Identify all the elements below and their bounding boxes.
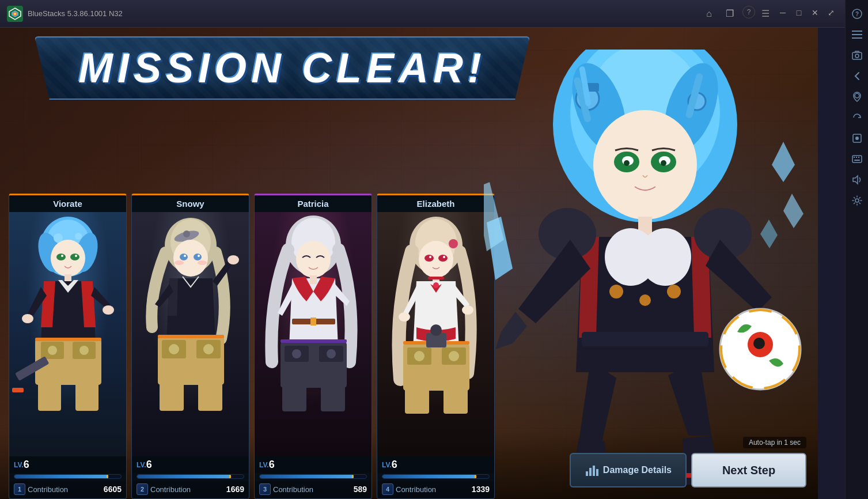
minimize-button[interactable]: ─	[776, 6, 790, 20]
svg-point-59	[327, 349, 336, 358]
svg-point-80	[449, 351, 459, 361]
svg-point-97	[593, 110, 697, 220]
lv-num-1: 6	[24, 459, 29, 471]
xp-bar-1	[9, 473, 126, 481]
svg-marker-115	[760, 220, 778, 248]
svg-point-119	[753, 338, 765, 349]
char-card-viorate[interactable]: Viorate	[9, 194, 127, 499]
bluestacks-sidebar: ?	[845, 0, 868, 499]
damage-details-button[interactable]: Damage Details	[570, 453, 687, 487]
svg-point-133	[855, 93, 859, 98]
svg-point-67	[424, 255, 434, 262]
svg-point-135	[855, 137, 859, 140]
svg-rect-26	[35, 338, 101, 341]
svg-rect-136	[852, 156, 862, 162]
contrib-value-2: 1669	[226, 485, 244, 494]
svg-point-102	[624, 160, 630, 166]
maximize-button[interactable]: □	[792, 6, 806, 20]
tool-back[interactable]	[848, 67, 866, 85]
lv-num-4: 6	[392, 459, 397, 471]
svg-rect-137	[854, 157, 855, 158]
lv-label-1: LV.	[14, 461, 24, 469]
svg-point-13	[70, 254, 79, 260]
svg-point-40	[228, 255, 239, 264]
mission-clear-banner: MISSION CLEAR!	[35, 36, 530, 100]
fullscreen-button[interactable]: ⤢	[824, 6, 838, 20]
svg-point-74	[399, 312, 410, 322]
svg-rect-83	[444, 386, 468, 414]
tool-volume[interactable]	[848, 171, 866, 189]
big-character-display	[484, 50, 818, 499]
svg-rect-24	[38, 382, 61, 411]
svg-point-35	[194, 254, 202, 260]
tool-location[interactable]	[848, 88, 866, 106]
char-name-snowy: Snowy	[132, 195, 249, 212]
svg-rect-107	[582, 332, 708, 346]
menu-button[interactable]: ☰	[757, 6, 774, 22]
tool-macro[interactable]	[848, 129, 866, 148]
lv-label-4: LV.	[382, 461, 392, 469]
window-controls: ? ☰ ─ □ ✕ ⤢	[742, 6, 838, 22]
svg-point-22	[48, 346, 57, 355]
copy-button[interactable]: ❐	[722, 6, 738, 22]
contrib-label-1: Contribution	[28, 485, 101, 494]
svg-point-66	[419, 241, 453, 278]
bluestacks-logo	[7, 6, 23, 22]
game-area: MISSION CLEAR! Viorate	[0, 28, 818, 499]
svg-rect-128	[852, 31, 862, 32]
tool-settings[interactable]	[848, 191, 866, 210]
xp-bar-3	[255, 473, 372, 481]
tool-help[interactable]: ?	[848, 5, 866, 23]
svg-point-141	[855, 199, 859, 202]
svg-point-85	[430, 324, 442, 336]
cards-area: Viorate	[9, 153, 510, 499]
tool-rotate[interactable]	[848, 108, 866, 127]
rank-badge-2: 2	[137, 483, 148, 495]
snowy-svg	[132, 212, 249, 431]
svg-point-110	[667, 285, 681, 298]
svg-point-106	[639, 228, 691, 286]
next-step-button[interactable]: Next Step	[691, 453, 806, 487]
svg-rect-125	[596, 469, 598, 476]
game-content: MISSION CLEAR! Viorate	[0, 28, 818, 499]
char-card-patricia[interactable]: Patricia	[254, 194, 372, 499]
svg-point-11	[51, 240, 85, 277]
svg-rect-122	[586, 471, 588, 476]
svg-rect-54	[310, 275, 317, 284]
patricia-svg	[255, 212, 372, 431]
game-wrapper: BlueStacks 5.3.86.1001 N32 ⌂ ❐ ? ☰ ─ □ ✕…	[0, 0, 845, 499]
svg-rect-139	[858, 157, 859, 158]
contribution-row-4: 4 Contribution 1339	[377, 481, 494, 498]
svg-point-103	[661, 160, 666, 166]
xp-bar-4	[377, 473, 494, 481]
contrib-label-4: Contribution	[396, 485, 469, 494]
svg-point-79	[414, 351, 424, 361]
rank-badge-1: 1	[14, 483, 25, 495]
elizabeth-svg	[377, 212, 494, 431]
tool-menu[interactable]	[848, 25, 866, 44]
tool-screenshot[interactable]	[848, 46, 866, 65]
char-card-elizabeth[interactable]: Elizabeth	[377, 194, 495, 499]
close-button[interactable]: ✕	[808, 6, 822, 20]
titlebar: BlueStacks 5.3.86.1001 N32 ⌂ ❐ ? ☰ ─ □ ✕…	[0, 0, 845, 28]
main-layout: BlueStacks 5.3.86.1001 N32 ⌂ ❐ ? ☰ ─ □ ✕…	[0, 0, 868, 499]
svg-rect-138	[856, 157, 857, 158]
help-button[interactable]: ?	[742, 6, 755, 18]
home-button[interactable]: ⌂	[701, 6, 717, 22]
svg-point-70	[443, 256, 445, 258]
tool-keyboard[interactable]	[848, 150, 866, 168]
mission-clear-title: MISSION CLEAR!	[78, 44, 486, 92]
svg-rect-28	[12, 388, 24, 392]
app-title: BlueStacks 5.3.86.1001 N32	[28, 9, 701, 18]
svg-point-32	[183, 230, 190, 237]
char-card-snowy[interactable]: Snowy	[131, 194, 249, 499]
svg-point-44	[169, 344, 179, 354]
svg-rect-129	[852, 34, 862, 35]
xp-fill-1	[14, 475, 108, 478]
next-step-label: Next Step	[722, 464, 775, 477]
svg-point-75	[462, 305, 473, 315]
svg-point-10	[75, 233, 82, 240]
rank-badge-4: 4	[382, 483, 393, 495]
svg-point-37	[198, 255, 200, 257]
char-name-viorate: Viorate	[9, 195, 126, 212]
